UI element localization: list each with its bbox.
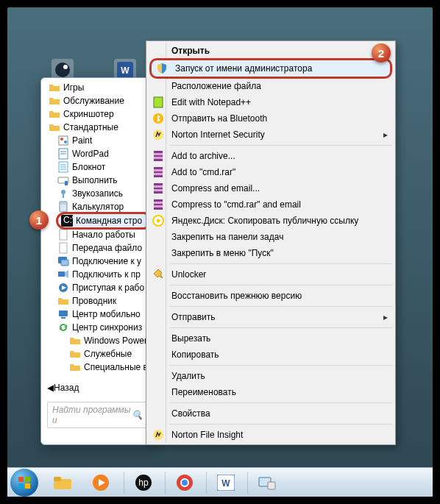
- program-item-rdp[interactable]: Подключение к у: [54, 255, 154, 268]
- menu-item-25[interactable]: Переименовать: [148, 384, 394, 400]
- separator: [170, 145, 392, 146]
- taskbar-chrome[interactable]: [165, 471, 202, 494]
- program-item-explorer[interactable]: Проводник: [54, 294, 154, 308]
- subfolder-2[interactable]: Специальные во: [66, 361, 154, 374]
- program-item-cmd[interactable]: C:\Командная стро: [56, 212, 152, 230]
- program-item-recorder[interactable]: Звукозапись: [54, 187, 154, 200]
- bt-icon: [152, 113, 164, 124]
- folder-icon: [49, 95, 60, 107]
- taskbar-hp[interactable]: hp: [124, 471, 160, 494]
- recorder-icon: [57, 188, 69, 199]
- menu-item-label: Открыть: [171, 46, 210, 56]
- menu-item-label: Compress and email...: [171, 183, 260, 194]
- svg-text:W: W: [121, 65, 129, 76]
- program-item-run[interactable]: Выполнить: [54, 174, 154, 187]
- menu-item-label: Удалить: [171, 371, 205, 381]
- menu-item-4[interactable]: Отправить на Bluetooth: [148, 110, 394, 127]
- menu-item-label: Закрепить на панели задач: [171, 232, 283, 242]
- program-item-mobility[interactable]: Центр мобильно: [54, 308, 154, 321]
- menu-item-10[interactable]: Compress to "cmd.rar" and email: [148, 196, 394, 213]
- folder-2[interactable]: Скриншотер: [46, 107, 154, 121]
- norton-icon: [152, 429, 164, 441]
- folder-0[interactable]: Игры: [46, 81, 154, 94]
- menu-item-27[interactable]: Свойства: [148, 405, 394, 422]
- program-label: Подключить к пр: [72, 269, 141, 280]
- folder-label: Стандартные: [63, 122, 118, 132]
- menu-item-21[interactable]: Вырезать: [148, 330, 394, 347]
- program-label: Проводник: [72, 296, 116, 306]
- taskbar-word[interactable]: W: [206, 471, 243, 494]
- menu-item-15[interactable]: Unlocker: [148, 266, 394, 283]
- svg-rect-55: [54, 477, 61, 481]
- program-item-file[interactable]: Начало работы: [54, 228, 154, 241]
- svg-rect-17: [63, 194, 64, 198]
- menu-item-29[interactable]: Norton File Insight: [148, 427, 394, 443]
- menu-item-label: Расположение файла: [171, 81, 261, 91]
- program-label: Командная стро: [76, 216, 142, 226]
- menu-item-19[interactable]: Отправить▸: [148, 309, 394, 325]
- taskbar-explorer[interactable]: [44, 471, 81, 494]
- svg-point-48: [157, 219, 160, 223]
- menu-item-17[interactable]: Восстановить прежнюю версию: [148, 288, 394, 304]
- folder-label: Windows PowerSh: [84, 336, 154, 346]
- menu-item-13[interactable]: Закрепить в меню "Пуск": [148, 245, 394, 261]
- menu-item-label: Запуск от имени администратора: [175, 63, 312, 74]
- separator: [170, 402, 392, 403]
- menu-item-2[interactable]: Расположение файла: [148, 78, 394, 94]
- taskbar: hp W: [7, 467, 433, 497]
- menu-item-label: Копировать: [171, 349, 219, 360]
- program-item-wordpad[interactable]: WordPad: [54, 147, 154, 160]
- menu-item-7[interactable]: Add to archive...: [148, 148, 394, 164]
- program-item-sync[interactable]: Центр синхрониз: [54, 321, 154, 334]
- yadisk-icon: [152, 215, 164, 227]
- program-item-notepad[interactable]: Блокнот: [54, 160, 154, 174]
- menu-item-24[interactable]: Удалить: [148, 368, 394, 384]
- menu-item-11[interactable]: Яндекс.Диск: Скопировать публичную ссылк…: [148, 213, 394, 229]
- menu-item-8[interactable]: Add to "cmd.rar": [148, 164, 394, 180]
- program-item-paint[interactable]: Paint: [54, 134, 154, 147]
- separator: [170, 327, 392, 328]
- taskbar-devices[interactable]: [247, 471, 284, 494]
- folder-label: Игры: [63, 82, 84, 93]
- svg-rect-66: [268, 482, 275, 489]
- svg-rect-37: [154, 157, 163, 159]
- back-button[interactable]: ◀ Назад: [41, 380, 154, 396]
- svg-rect-30: [59, 310, 68, 316]
- program-label: Калькулятор: [72, 202, 124, 212]
- svg-rect-52: [18, 483, 24, 489]
- subfolder-1[interactable]: Служебные: [66, 347, 154, 361]
- folder-1[interactable]: Обслуживание: [46, 94, 154, 107]
- menu-item-9[interactable]: Compress and email...: [148, 180, 394, 196]
- subfolder-0[interactable]: Windows PowerSh: [66, 334, 154, 347]
- menu-item-label: Add to "cmd.rar": [171, 167, 235, 177]
- file-icon: [57, 229, 69, 241]
- rar-icon: [152, 150, 164, 162]
- menu-item-3[interactable]: Edit with Notepad++: [148, 94, 394, 110]
- program-item-start[interactable]: Приступая к рабо: [54, 281, 154, 294]
- menu-item-1[interactable]: Запуск от имени администратора: [149, 58, 392, 79]
- svg-rect-25: [61, 260, 68, 266]
- shield-icon: [156, 63, 168, 74]
- file-icon: [57, 242, 69, 254]
- svg-rect-26: [58, 271, 65, 277]
- folder-3[interactable]: Стандартные: [46, 121, 154, 134]
- svg-point-5: [60, 138, 63, 141]
- folder-label: Скриншотер: [63, 109, 114, 119]
- menu-item-22[interactable]: Копировать: [148, 347, 394, 363]
- menu-item-label: Отправить: [171, 312, 216, 322]
- menu-item-5[interactable]: Norton Internet Security▸: [148, 127, 394, 143]
- menu-item-label: Edit with Notepad++: [171, 97, 251, 107]
- start-button[interactable]: [10, 469, 38, 497]
- menu-item-label: Восстановить прежнюю версию: [171, 291, 302, 301]
- cmd-icon: C:\: [61, 215, 73, 227]
- taskbar-wmp[interactable]: [82, 471, 119, 494]
- search-input[interactable]: Найти программы и 🔍: [47, 402, 148, 428]
- menu-item-0[interactable]: Открыть: [148, 43, 394, 59]
- program-item-proj[interactable]: Подключить к пр: [54, 268, 154, 281]
- menu-item-label: Norton Internet Security: [171, 129, 265, 140]
- unlocker-icon: [152, 269, 164, 280]
- menu-item-12[interactable]: Закрепить на панели задач: [148, 229, 394, 245]
- chrome-icon: [176, 474, 194, 491]
- svg-rect-19: [60, 202, 66, 205]
- program-item-file[interactable]: Передача файло: [54, 241, 154, 255]
